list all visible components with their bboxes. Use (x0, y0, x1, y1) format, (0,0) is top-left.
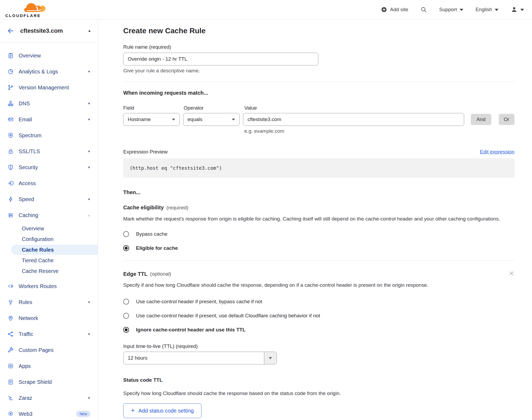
sidebar-item-traffic[interactable]: Traffic ▼ (0, 326, 98, 342)
sidebar-item-label: Traffic (19, 331, 88, 337)
chevron-up-icon: ▲ (88, 214, 90, 217)
sidebar-item-rules[interactable]: Rules ▼ (0, 294, 98, 310)
sidebar-item-access[interactable]: Access (0, 175, 98, 191)
cache-eligibility-description: Mark whether the request's response from… (123, 215, 514, 223)
edit-expression-link[interactable]: Edit expression (480, 149, 514, 155)
sidebar-item-security[interactable]: Security ▼ (0, 159, 98, 175)
radio-label[interactable]: Use cache-control header if present, use… (136, 313, 320, 319)
radio-button-selected[interactable] (123, 327, 129, 333)
sidebar-item-analytics-logs[interactable]: Analytics & Logs ▼ (0, 64, 98, 80)
new-badge: New (76, 411, 90, 417)
sidebar-item-label: Caching (19, 212, 88, 218)
chevron-down-icon: ▼ (88, 166, 90, 169)
ttl-select[interactable]: 12 hours (123, 352, 277, 364)
ttl-select-value: 12 hours (123, 352, 264, 364)
sidebar-item-label: Speed (19, 196, 88, 202)
ttl-input-label: Input time-to-live (TTL) (required) (123, 343, 514, 349)
sidebar-subitem-tiered-cache[interactable]: Tiered Cache (0, 255, 98, 266)
and-button[interactable]: And (471, 114, 491, 125)
value-input[interactable] (243, 113, 464, 126)
radio-button[interactable] (123, 313, 129, 319)
or-button[interactable]: Or (499, 114, 514, 125)
search-icon (420, 6, 427, 13)
chevron-down-icon (520, 9, 524, 11)
language-menu[interactable]: English (476, 7, 498, 13)
app-box-icon (7, 363, 14, 369)
search-button[interactable] (420, 6, 427, 13)
code-brackets-icon (7, 283, 14, 290)
sidebar-item-label: Apps (19, 363, 90, 369)
chevron-down-icon: ▼ (88, 102, 90, 105)
sidebar-item-spectrum[interactable]: Spectrum (0, 127, 98, 143)
wrench-icon (7, 347, 14, 354)
sidebar-item-caching[interactable]: Caching ▲ (0, 207, 98, 223)
edge-ttl-heading: Edge TTL (123, 271, 147, 277)
account-menu[interactable] (511, 6, 524, 13)
chevron-down-icon: ▼ (88, 198, 90, 201)
clipboard-icon (7, 52, 14, 59)
close-icon[interactable] (509, 271, 514, 277)
sidebar-item-label: Overview (19, 53, 90, 59)
sidebar-item-scrape-shield[interactable]: Scrape Shield (0, 374, 98, 390)
sidebar-item-version-management[interactable]: Version Management (0, 80, 98, 95)
sidebar-item-overview[interactable]: Overview (0, 48, 98, 64)
site-switcher-caret-icon[interactable]: ▸ (89, 28, 91, 33)
expression-code-box: (http.host eq "cftestsite3.com") (123, 158, 514, 178)
sidebar-item-ssl-tls[interactable]: SSL/TLS ▼ (0, 143, 98, 159)
user-icon (511, 6, 518, 13)
sidebar-item-label: Spectrum (19, 132, 90, 139)
support-menu[interactable]: Support (439, 7, 463, 13)
sidebar-item-label: DNS (19, 101, 88, 107)
sidebar-subitem-label: Cache Reserve (22, 268, 59, 274)
sidebar-item-custom-pages[interactable]: Custom Pages (0, 342, 98, 358)
radio-button[interactable] (123, 231, 129, 237)
field-label: Field (123, 105, 180, 111)
git-branch-icon (7, 84, 14, 91)
sidebar-item-label: Rules (19, 299, 88, 305)
radio-label[interactable]: Bypass cache (136, 231, 167, 237)
then-heading: Then... (123, 189, 514, 196)
sidebar-item-web3[interactable]: Web3 New (0, 406, 98, 420)
radio-label[interactable]: Eligible for cache (136, 245, 178, 251)
field-select[interactable]: Hostname (123, 113, 180, 126)
sidebar-item-network[interactable]: Network (0, 310, 98, 326)
edge-ttl-heading-row: Edge TTL (optional) (123, 271, 514, 277)
network-tree-icon (7, 100, 14, 107)
sidebar-item-speed[interactable]: Speed ▼ (0, 191, 98, 207)
radio-button-selected[interactable] (123, 245, 129, 251)
required-note: (required) (166, 205, 188, 211)
chevron-down-icon (495, 9, 498, 11)
sidebar-subitem-cache-rules[interactable]: Cache Rules (11, 245, 98, 255)
section-divider (123, 261, 514, 261)
field-select-value: Hostname (128, 117, 151, 122)
cloudflare-logo: CLOUDFLARE (5, 1, 47, 19)
site-name: cftestsite3.com (20, 27, 63, 34)
radio-label[interactable]: Use cache-control header if present, byp… (136, 299, 262, 305)
sidebar-item-email[interactable]: Email ▼ (0, 111, 98, 127)
sidebar-item-zaraz[interactable]: Zaraz ▼ (0, 390, 98, 406)
rule-name-input[interactable] (123, 53, 318, 65)
sidebar-subitem-caching-overview[interactable]: Overview (0, 223, 98, 234)
cache-eligibility-heading: Cache eligibility (123, 205, 164, 211)
envelope-icon (7, 116, 14, 123)
operator-select[interactable]: equals (183, 113, 240, 126)
match-labels-row: Field Operator Value (123, 105, 514, 111)
radio-button[interactable] (123, 299, 129, 305)
sidebar-subitem-cache-reserve[interactable]: Cache Reserve (0, 266, 98, 276)
add-site-button[interactable]: Add site (381, 6, 408, 13)
add-status-code-setting-button[interactable]: + Add status code setting (123, 403, 201, 418)
share-nodes-icon (7, 331, 14, 338)
sidebar-subitem-configuration[interactable]: Configuration (0, 234, 98, 244)
sidebar-subitem-label: Overview (22, 226, 44, 232)
sidebar-item-workers-routes[interactable]: Workers Routes (0, 278, 98, 294)
radio-label[interactable]: Ignore cache-control header and use this… (136, 327, 246, 333)
server-stack-icon (7, 212, 14, 219)
back-arrow-icon[interactable] (7, 27, 14, 35)
sidebar-item-apps[interactable]: Apps (0, 358, 98, 374)
main-content: Create new Cache Rule Rule name (require… (98, 19, 532, 420)
page-title: Create new Cache Rule (123, 27, 514, 35)
sidebar-item-dns[interactable]: DNS ▼ (0, 95, 98, 111)
chevron-down-icon: ▼ (88, 332, 90, 336)
expression-preview-label: Expression Preview (123, 149, 168, 155)
shield-gear-icon (7, 132, 14, 139)
